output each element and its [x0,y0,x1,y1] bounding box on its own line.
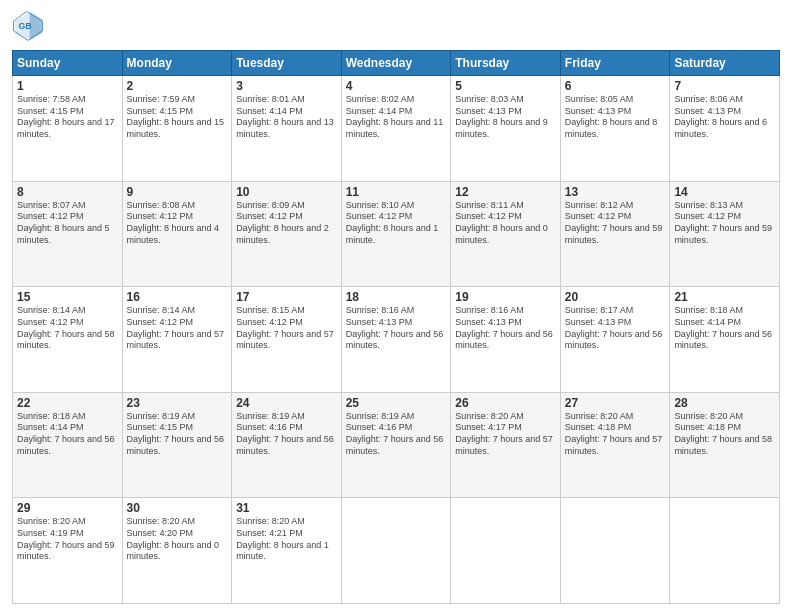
day-cell: 26Sunrise: 8:20 AMSunset: 4:17 PMDayligh… [451,392,561,498]
day-info: Sunrise: 8:08 AMSunset: 4:12 PMDaylight:… [127,200,228,247]
day-header: Monday [122,51,232,76]
day-info: Sunrise: 8:09 AMSunset: 4:12 PMDaylight:… [236,200,337,247]
day-number: 31 [236,501,337,515]
logo: GB [12,10,48,42]
day-info: Sunrise: 8:02 AMSunset: 4:14 PMDaylight:… [346,94,447,141]
day-cell: 30Sunrise: 8:20 AMSunset: 4:20 PMDayligh… [122,498,232,604]
day-cell: 27Sunrise: 8:20 AMSunset: 4:18 PMDayligh… [560,392,670,498]
day-number: 4 [346,79,447,93]
day-number: 23 [127,396,228,410]
day-cell: 3Sunrise: 8:01 AMSunset: 4:14 PMDaylight… [232,76,342,182]
day-cell: 28Sunrise: 8:20 AMSunset: 4:18 PMDayligh… [670,392,780,498]
day-cell: 5Sunrise: 8:03 AMSunset: 4:13 PMDaylight… [451,76,561,182]
day-number: 11 [346,185,447,199]
day-number: 2 [127,79,228,93]
header: GB [12,10,780,42]
day-info: Sunrise: 8:13 AMSunset: 4:12 PMDaylight:… [674,200,775,247]
day-number: 17 [236,290,337,304]
day-info: Sunrise: 8:06 AMSunset: 4:13 PMDaylight:… [674,94,775,141]
day-number: 22 [17,396,118,410]
day-number: 5 [455,79,556,93]
day-number: 19 [455,290,556,304]
day-number: 13 [565,185,666,199]
day-number: 25 [346,396,447,410]
day-cell: 12Sunrise: 8:11 AMSunset: 4:12 PMDayligh… [451,181,561,287]
day-cell: 11Sunrise: 8:10 AMSunset: 4:12 PMDayligh… [341,181,451,287]
day-info: Sunrise: 8:07 AMSunset: 4:12 PMDaylight:… [17,200,118,247]
day-info: Sunrise: 8:19 AMSunset: 4:15 PMDaylight:… [127,411,228,458]
day-number: 26 [455,396,556,410]
day-info: Sunrise: 7:59 AMSunset: 4:15 PMDaylight:… [127,94,228,141]
day-info: Sunrise: 8:12 AMSunset: 4:12 PMDaylight:… [565,200,666,247]
day-info: Sunrise: 8:20 AMSunset: 4:19 PMDaylight:… [17,516,118,563]
day-number: 20 [565,290,666,304]
day-header: Thursday [451,51,561,76]
day-number: 6 [565,79,666,93]
day-cell [670,498,780,604]
day-number: 24 [236,396,337,410]
calendar: SundayMondayTuesdayWednesdayThursdayFrid… [12,50,780,604]
day-cell: 13Sunrise: 8:12 AMSunset: 4:12 PMDayligh… [560,181,670,287]
day-info: Sunrise: 8:20 AMSunset: 4:18 PMDaylight:… [565,411,666,458]
day-number: 1 [17,79,118,93]
day-info: Sunrise: 8:14 AMSunset: 4:12 PMDaylight:… [127,305,228,352]
day-number: 21 [674,290,775,304]
day-cell: 18Sunrise: 8:16 AMSunset: 4:13 PMDayligh… [341,287,451,393]
logo-icon: GB [12,10,44,42]
day-cell [341,498,451,604]
day-cell [451,498,561,604]
day-info: Sunrise: 8:14 AMSunset: 4:12 PMDaylight:… [17,305,118,352]
svg-text:GB: GB [18,21,31,31]
day-cell: 6Sunrise: 8:05 AMSunset: 4:13 PMDaylight… [560,76,670,182]
day-cell: 24Sunrise: 8:19 AMSunset: 4:16 PMDayligh… [232,392,342,498]
day-info: Sunrise: 8:03 AMSunset: 4:13 PMDaylight:… [455,94,556,141]
day-cell: 31Sunrise: 8:20 AMSunset: 4:21 PMDayligh… [232,498,342,604]
day-number: 27 [565,396,666,410]
day-header: Saturday [670,51,780,76]
day-cell [560,498,670,604]
day-cell: 29Sunrise: 8:20 AMSunset: 4:19 PMDayligh… [13,498,123,604]
day-info: Sunrise: 8:16 AMSunset: 4:13 PMDaylight:… [455,305,556,352]
day-info: Sunrise: 8:05 AMSunset: 4:13 PMDaylight:… [565,94,666,141]
week-row: 22Sunrise: 8:18 AMSunset: 4:14 PMDayligh… [13,392,780,498]
day-header: Friday [560,51,670,76]
week-row: 8Sunrise: 8:07 AMSunset: 4:12 PMDaylight… [13,181,780,287]
page: GB SundayMondayTuesdayWednesdayThursdayF… [0,0,792,612]
day-info: Sunrise: 8:20 AMSunset: 4:20 PMDaylight:… [127,516,228,563]
day-info: Sunrise: 8:18 AMSunset: 4:14 PMDaylight:… [17,411,118,458]
day-cell: 19Sunrise: 8:16 AMSunset: 4:13 PMDayligh… [451,287,561,393]
day-info: Sunrise: 8:11 AMSunset: 4:12 PMDaylight:… [455,200,556,247]
day-cell: 21Sunrise: 8:18 AMSunset: 4:14 PMDayligh… [670,287,780,393]
day-cell: 15Sunrise: 8:14 AMSunset: 4:12 PMDayligh… [13,287,123,393]
day-number: 9 [127,185,228,199]
day-info: Sunrise: 8:15 AMSunset: 4:12 PMDaylight:… [236,305,337,352]
day-info: Sunrise: 8:19 AMSunset: 4:16 PMDaylight:… [236,411,337,458]
day-number: 15 [17,290,118,304]
day-info: Sunrise: 8:20 AMSunset: 4:18 PMDaylight:… [674,411,775,458]
week-row: 29Sunrise: 8:20 AMSunset: 4:19 PMDayligh… [13,498,780,604]
day-cell: 20Sunrise: 8:17 AMSunset: 4:13 PMDayligh… [560,287,670,393]
day-cell: 23Sunrise: 8:19 AMSunset: 4:15 PMDayligh… [122,392,232,498]
day-number: 14 [674,185,775,199]
day-number: 18 [346,290,447,304]
day-cell: 10Sunrise: 8:09 AMSunset: 4:12 PMDayligh… [232,181,342,287]
day-number: 8 [17,185,118,199]
day-info: Sunrise: 8:10 AMSunset: 4:12 PMDaylight:… [346,200,447,247]
day-info: Sunrise: 8:19 AMSunset: 4:16 PMDaylight:… [346,411,447,458]
day-cell: 9Sunrise: 8:08 AMSunset: 4:12 PMDaylight… [122,181,232,287]
week-row: 15Sunrise: 8:14 AMSunset: 4:12 PMDayligh… [13,287,780,393]
day-number: 30 [127,501,228,515]
day-cell: 2Sunrise: 7:59 AMSunset: 4:15 PMDaylight… [122,76,232,182]
day-cell: 14Sunrise: 8:13 AMSunset: 4:12 PMDayligh… [670,181,780,287]
day-number: 16 [127,290,228,304]
week-row: 1Sunrise: 7:58 AMSunset: 4:15 PMDaylight… [13,76,780,182]
day-cell: 1Sunrise: 7:58 AMSunset: 4:15 PMDaylight… [13,76,123,182]
day-info: Sunrise: 8:20 AMSunset: 4:21 PMDaylight:… [236,516,337,563]
day-number: 28 [674,396,775,410]
day-number: 10 [236,185,337,199]
day-info: Sunrise: 8:20 AMSunset: 4:17 PMDaylight:… [455,411,556,458]
day-info: Sunrise: 8:17 AMSunset: 4:13 PMDaylight:… [565,305,666,352]
day-cell: 17Sunrise: 8:15 AMSunset: 4:12 PMDayligh… [232,287,342,393]
day-cell: 22Sunrise: 8:18 AMSunset: 4:14 PMDayligh… [13,392,123,498]
day-info: Sunrise: 8:01 AMSunset: 4:14 PMDaylight:… [236,94,337,141]
